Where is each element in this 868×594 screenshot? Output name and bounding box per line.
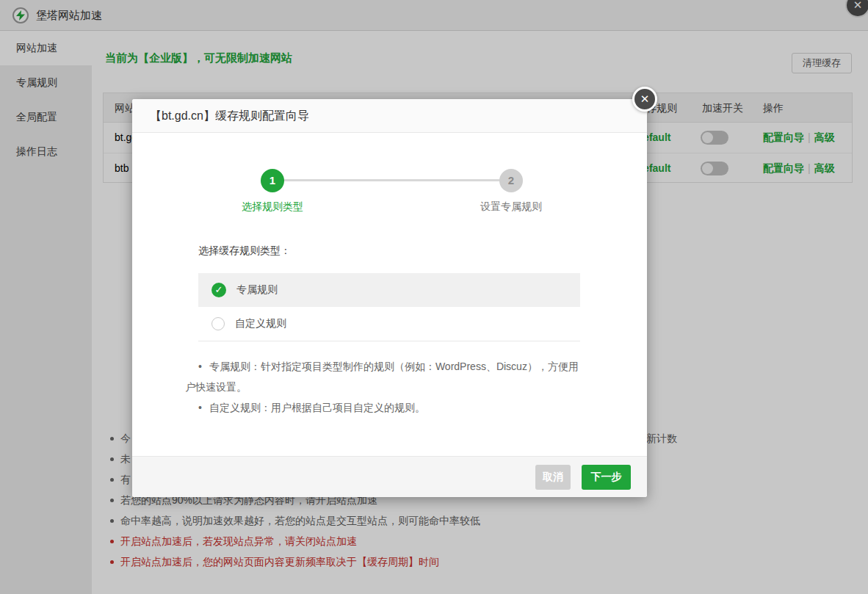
close-icon: ✕: [640, 93, 650, 105]
option-label: 专属规则: [236, 283, 278, 297]
rule-type-options: ✓ 专属规则 自定义规则: [198, 273, 580, 341]
bullet-dot: •: [198, 361, 209, 372]
radio-circle-icon: [211, 317, 225, 330]
stepper-connector: [272, 179, 511, 181]
step-2-circle: 2: [499, 169, 523, 192]
plugin-window: 堡塔网站加速 ✕ 网站加速 专属规则 全局配置 操作日志 当前为【企业版】，可无…: [0, 0, 868, 594]
step-1-circle: 1: [261, 169, 284, 192]
option-descriptions: •专属规则：针对指定项目类型制作的规则（例如：WordPress、Discuz）…: [185, 356, 585, 418]
step-1-label: 选择规则类型: [214, 200, 331, 214]
description-item: •专属规则：针对指定项目类型制作的规则（例如：WordPress、Discuz）…: [185, 356, 585, 397]
step-2-label: 设置专属规则: [452, 200, 570, 214]
option-label: 自定义规则: [235, 317, 286, 330]
description-item: •自定义规则：用户根据自己项目自定义的规则。: [185, 397, 585, 418]
option-exclusive-rule[interactable]: ✓ 专属规则: [198, 273, 580, 307]
cancel-button[interactable]: 取消: [535, 465, 571, 490]
modal-footer: 取消 下一步: [132, 456, 647, 497]
next-step-button[interactable]: 下一步: [582, 465, 631, 490]
rule-type-prompt: 选择缓存规则类型：: [198, 245, 291, 258]
check-circle-icon: ✓: [211, 283, 226, 297]
option-custom-rule[interactable]: 自定义规则: [198, 307, 580, 341]
cache-rule-wizard-modal: 【bt.gd.cn】缓存规则配置向导 ✕ 1 2 选择规则类型 设置专属规则 选…: [132, 99, 647, 497]
modal-close-button[interactable]: ✕: [632, 87, 657, 112]
modal-title: 【bt.gd.cn】缓存规则配置向导: [132, 99, 647, 133]
bullet-dot: •: [198, 402, 209, 413]
